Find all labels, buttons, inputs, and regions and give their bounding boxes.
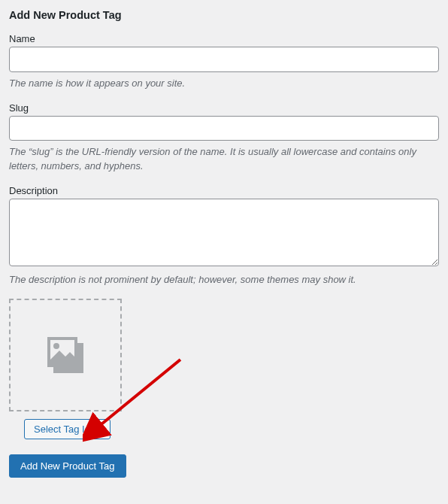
name-label: Name	[9, 33, 439, 44]
select-tag-icon-button[interactable]: Select Tag Icon	[24, 419, 110, 439]
name-help: The name is how it appears on your site.	[9, 77, 439, 90]
name-input[interactable]	[9, 47, 439, 72]
slug-input[interactable]	[9, 116, 439, 141]
slug-field-group: Slug The “slug” is the URL-friendly vers…	[9, 102, 439, 173]
add-tag-form: Add New Product Tag Name The name is how…	[9, 9, 439, 478]
name-field-group: Name The name is how it appears on your …	[9, 33, 439, 90]
slug-label: Slug	[9, 102, 439, 114]
submit-button[interactable]: Add New Product Tag	[9, 454, 126, 478]
form-title: Add New Product Tag	[9, 9, 439, 21]
slug-help: The “slug” is the URL-friendly version o…	[9, 145, 439, 172]
icon-dropzone[interactable]	[9, 299, 122, 411]
description-help: The description is not prominent by defa…	[9, 273, 439, 287]
image-placeholder-icon	[41, 331, 89, 379]
icon-picker: Select Tag Icon	[9, 299, 439, 439]
description-label: Description	[9, 185, 439, 196]
description-field-group: Description The description is not promi…	[9, 185, 439, 287]
description-textarea[interactable]	[9, 199, 439, 266]
svg-point-4	[53, 343, 59, 349]
